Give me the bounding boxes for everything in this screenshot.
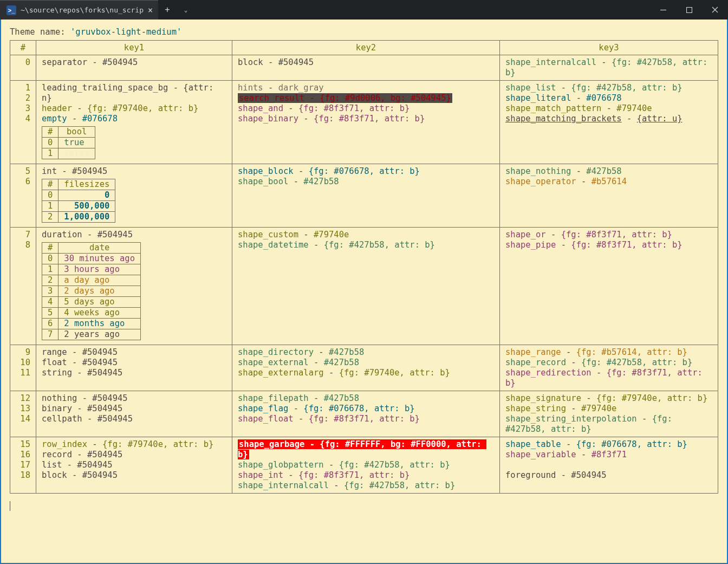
table-header-row: # key1 key2 key3 bbox=[10, 41, 718, 55]
nested-row: 32 days ago bbox=[42, 286, 141, 297]
table-row: 78duration - #504945#date030 minutes ago… bbox=[10, 228, 718, 345]
powershell-icon: >_ bbox=[6, 5, 16, 15]
theme-header: Theme name: 'gruvbox-light-medium' bbox=[10, 27, 718, 37]
terminal-tab[interactable]: >_ ~\source\repos\forks\nu_scrip × bbox=[0, 0, 158, 20]
nested-row: 00 bbox=[42, 190, 115, 201]
cell-key3: shape_table - {fg: #076678, attr: b}shap… bbox=[500, 437, 718, 494]
cell-key1: nothing - #504945binary - #504945cellpat… bbox=[36, 391, 232, 437]
cell-key2: shape_custom - #79740eshape_datetime - {… bbox=[232, 228, 500, 345]
nested-row: 1false bbox=[42, 148, 95, 159]
titlebar: >_ ~\source\repos\forks\nu_scrip × + ⌄ bbox=[0, 0, 728, 20]
maximize-button[interactable] bbox=[676, 0, 702, 20]
row-index: 91011 bbox=[10, 345, 36, 391]
cell-key3: shape_list - {fg: #427b58, attr: b}shape… bbox=[500, 81, 718, 164]
nested-row: 0true bbox=[42, 138, 95, 148]
row-index: 56 bbox=[10, 164, 36, 228]
table-row: 56int - #504945#filesizes001500,00021,00… bbox=[10, 164, 718, 228]
cell-key2: block - #504945 bbox=[232, 55, 500, 81]
nested-filesizes: #filesizes001500,00021,000,000 bbox=[42, 179, 115, 223]
svg-rect-1 bbox=[686, 7, 692, 12]
cell-key1: int - #504945#filesizes001500,00021,000,… bbox=[36, 164, 232, 228]
nested-row: 13 hours ago bbox=[42, 264, 141, 275]
minimize-icon bbox=[660, 7, 666, 13]
row-index: 78 bbox=[10, 228, 36, 345]
caret bbox=[10, 501, 10, 511]
col-index: # bbox=[10, 41, 36, 55]
cell-key2: shape_block - {fg: #076678, attr: b}shap… bbox=[232, 164, 500, 228]
cell-key1: range - #504945float - #504945string - #… bbox=[36, 345, 232, 391]
col-key3: key3 bbox=[500, 41, 718, 55]
col-key2: key2 bbox=[232, 41, 500, 55]
row-index: 0 bbox=[10, 55, 36, 81]
cell-key1: duration - #504945#date030 minutes ago13… bbox=[36, 228, 232, 345]
nested-bool: #bool0true1false bbox=[42, 126, 95, 159]
table-row: 0separator - #504945block - #504945shape… bbox=[10, 55, 718, 81]
new-tab-button[interactable]: + bbox=[158, 0, 177, 20]
close-tab-icon[interactable]: × bbox=[148, 5, 153, 15]
cell-key3: shape_signature - {fg: #79740e, attr: b}… bbox=[500, 391, 718, 437]
cell-key2: shape_garbage - {fg: #FFFFFF, bg: #FF000… bbox=[232, 437, 500, 494]
cell-key1: row_index - {fg: #79740e, attr: b}record… bbox=[36, 437, 232, 494]
row-index: 121314 bbox=[10, 391, 36, 437]
theme-name: 'gruvbox-light-medium' bbox=[70, 27, 181, 37]
table-row: 1234leading_trailing_space_bg - {attr: n… bbox=[10, 81, 718, 164]
cell-key2: shape_filepath - #427b58shape_flag - {fg… bbox=[232, 391, 500, 437]
row-index: 15161718 bbox=[10, 437, 36, 494]
tab-title: ~\source\repos\forks\nu_scrip bbox=[21, 6, 144, 14]
prompt[interactable] bbox=[10, 494, 718, 521]
theme-table: # key1 key2 key3 0separator - #504945blo… bbox=[10, 40, 718, 494]
cell-key2: hints - dark_graysearch_result - {fg: #9… bbox=[232, 81, 500, 164]
close-icon bbox=[712, 7, 718, 13]
cell-key3: shape_internalcall - {fg: #427b58, attr:… bbox=[500, 55, 718, 81]
cell-key3: shape_or - {fg: #8f3f71, attr: b}shape_p… bbox=[500, 228, 718, 345]
cell-key1: leading_trailing_space_bg - {attr: n}hea… bbox=[36, 81, 232, 164]
table-row: 121314nothing - #504945binary - #504945c… bbox=[10, 391, 718, 437]
nested-row: 21,000,000 bbox=[42, 212, 115, 223]
nested-row: 030 minutes ago bbox=[42, 254, 141, 264]
nested-row: 2a day ago bbox=[42, 275, 141, 286]
col-key1: key1 bbox=[36, 41, 232, 55]
nested-row: 54 weeks ago bbox=[42, 308, 141, 319]
nested-row: 45 days ago bbox=[42, 297, 141, 308]
table-row: 91011range - #504945float - #504945strin… bbox=[10, 345, 718, 391]
row-index: 1234 bbox=[10, 81, 36, 164]
tab-dropdown-button[interactable]: ⌄ bbox=[177, 0, 195, 20]
close-window-button[interactable] bbox=[702, 0, 728, 20]
theme-label: Theme name: bbox=[10, 27, 66, 37]
nested-row: 72 years ago bbox=[42, 329, 141, 340]
cell-key1: separator - #504945 bbox=[36, 55, 232, 81]
terminal-body[interactable]: Theme name: 'gruvbox-light-medium' # key… bbox=[0, 20, 728, 564]
cell-key3: shape_nothing - #427b58shape_operator - … bbox=[500, 164, 718, 228]
cell-key2: shape_directory - #427b58shape_external … bbox=[232, 345, 500, 391]
table-row: 15161718row_index - {fg: #79740e, attr: … bbox=[10, 437, 718, 494]
nested-date: #date030 minutes ago13 hours ago2a day a… bbox=[42, 242, 141, 340]
cell-key3: shape_range - {fg: #b57614, attr: b}shap… bbox=[500, 345, 718, 391]
maximize-icon bbox=[686, 7, 692, 13]
window-controls bbox=[650, 0, 728, 20]
nested-row: 62 months ago bbox=[42, 319, 141, 329]
nested-row: 1500,000 bbox=[42, 201, 115, 212]
minimize-button[interactable] bbox=[650, 0, 676, 20]
